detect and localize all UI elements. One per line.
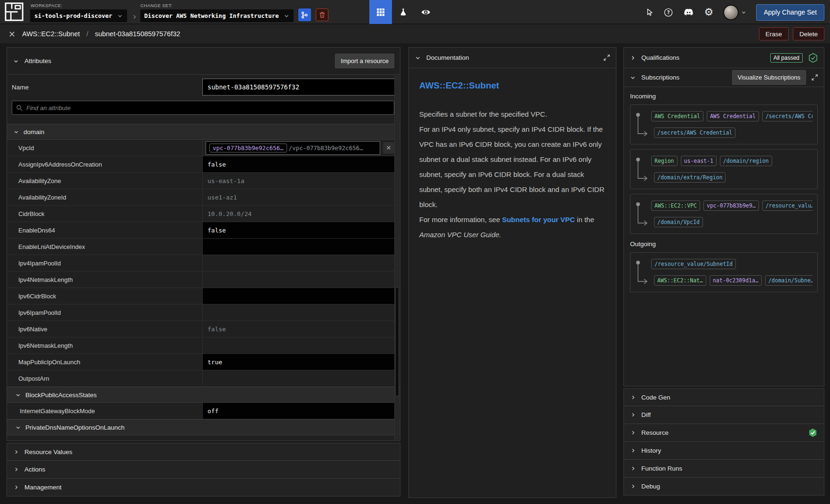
section-resource[interactable]: Resource <box>623 424 824 442</box>
scrollbar-thumb[interactable] <box>395 287 399 397</box>
block-public-access-label: BlockPublicAccessStates <box>25 392 97 399</box>
attribute-value[interactable] <box>203 304 394 320</box>
subscription-pill[interactable]: /domain/region <box>720 156 772 166</box>
block-public-access-header[interactable]: BlockPublicAccessStates <box>7 387 400 403</box>
subscription-pill[interactable]: /domain/Subne… <box>765 275 813 286</box>
attribute-search[interactable] <box>12 101 394 115</box>
grid-view-tab[interactable] <box>369 0 392 24</box>
user-menu[interactable] <box>723 5 746 20</box>
close-icon[interactable] <box>8 31 16 38</box>
system-initiative-logo <box>5 2 24 21</box>
attribute-value[interactable]: use1-az1 <box>203 189 394 205</box>
name-input[interactable] <box>202 79 395 96</box>
delete-button[interactable]: Delete <box>793 27 824 40</box>
subscription-pill[interactable]: Region <box>651 156 678 166</box>
flask-icon <box>399 8 408 17</box>
subscription-pill[interactable]: /secrets/AWS Cr… <box>762 111 813 121</box>
attribute-value[interactable] <box>203 288 394 304</box>
section-function-runs[interactable]: Function Runs <box>623 460 824 478</box>
attribute-value[interactable] <box>203 337 394 353</box>
subscription-pill[interactable]: /resource_valu… <box>762 200 813 211</box>
chevron-down-icon <box>13 58 19 64</box>
chevron-down-icon <box>15 424 21 431</box>
connector-arrow-icon <box>635 260 649 288</box>
subscription-pill[interactable]: AWS::EC2::VPC <box>651 200 700 211</box>
attribute-value[interactable] <box>203 239 394 255</box>
attribute-value[interactable]: false <box>203 321 394 337</box>
create-change-set-button[interactable] <box>298 8 311 21</box>
expand-icon[interactable] <box>811 74 818 81</box>
section-diff[interactable]: Diff <box>623 406 824 424</box>
attributes-section-header[interactable]: Attributes Import a resource <box>7 48 400 75</box>
audit-view-tab[interactable] <box>415 0 437 24</box>
section-management[interactable]: Management <box>7 479 400 496</box>
subscription-pill[interactable]: nat-0c2309d1a… <box>710 275 762 286</box>
erase-button[interactable]: Erase <box>759 27 789 40</box>
subscription-pill[interactable]: /domain/VpcId <box>654 217 703 227</box>
section-actions[interactable]: Actions <box>7 461 400 479</box>
lab-view-tab[interactable] <box>392 0 415 24</box>
apply-change-set-button[interactable]: Apply Change Set <box>756 4 824 21</box>
private-dns-header[interactable]: PrivateDnsNameOptionsOnLaunch <box>7 419 400 435</box>
discord-icon[interactable] <box>683 7 694 18</box>
avatar <box>723 5 739 20</box>
domain-section-header[interactable]: domain <box>7 124 400 140</box>
section-label: Function Runs <box>641 465 682 472</box>
attribute-value[interactable]: true <box>203 354 394 370</box>
chevron-down-icon <box>13 129 19 135</box>
attribute-row-vpcid: VpcId vpc-077b83b9e92c656… /vpc-077b83b9… <box>7 140 400 156</box>
chevron-down-icon <box>284 13 289 19</box>
subscriptions-section-header[interactable]: Subscriptions Visualize Subscriptions <box>624 68 824 87</box>
vpcid-subscription-input[interactable]: vpc-077b83b9e92c656… /vpc-077b83b9e92c65… <box>206 141 380 155</box>
outgoing-cards: /resource_value/SubnetId AWS::EC2::Nat…n… <box>630 252 818 292</box>
attribute-value[interactable] <box>203 370 394 386</box>
import-resource-button[interactable]: Import a resource <box>335 54 394 68</box>
vpc-subscription-pill[interactable]: vpc-077b83b9e92c656… <box>209 144 287 152</box>
attributes-panel: Attributes Import a resource Name domain… <box>7 47 400 441</box>
attribute-row: InternetGatewayBlockMode off <box>7 403 400 419</box>
subscription-pill[interactable]: us-east-1 <box>681 156 717 166</box>
workspace-value: si-tools-prod-discover <box>34 12 112 19</box>
subscription-pill[interactable]: AWS Credential <box>651 111 703 121</box>
attribute-value[interactable]: false <box>203 222 394 238</box>
subscription-pill[interactable]: vpc-077b83b9e9… <box>703 200 759 211</box>
cursor-tool-icon[interactable] <box>645 8 654 16</box>
connector-arrow-icon <box>635 202 649 229</box>
attribute-value[interactable]: off <box>203 403 394 419</box>
section-history[interactable]: History <box>623 442 824 460</box>
clear-value-button[interactable] <box>383 142 394 153</box>
help-icon[interactable]: ? <box>663 8 673 17</box>
attribute-label: AvailabilityZone <box>7 173 203 189</box>
main-nav <box>369 0 437 24</box>
attribute-label: CidrBlock <box>7 206 203 222</box>
subscription-pill[interactable]: AWS::EC2::Nat… <box>654 275 706 286</box>
section-label: Resource Values <box>24 448 72 456</box>
section-debug[interactable]: Debug <box>623 478 824 496</box>
qualifications-section-header[interactable]: Qualifications All passed <box>624 48 824 68</box>
attributes-scrollbar[interactable] <box>394 75 399 440</box>
section-code-gen[interactable]: Code Gen <box>623 388 824 406</box>
subscription-pill[interactable]: AWS Credential <box>707 111 759 121</box>
search-input[interactable] <box>26 104 390 112</box>
changeset-dropdown[interactable]: Discover AWS Networking Infrastructure <box>140 9 294 22</box>
attribute-value[interactable]: false <box>203 156 394 172</box>
subnets-vpc-link[interactable]: Subnets for your VPC <box>502 216 575 224</box>
workspace-dropdown[interactable]: si-tools-prod-discover <box>30 9 127 22</box>
source-pills: AWS::EC2::VPCvpc-077b83b9e9…/resource_va… <box>651 200 813 211</box>
attribute-label: Ipv4IpamPoolId <box>7 255 203 271</box>
attribute-value[interactable]: 10.0.20.0/24 <box>203 206 394 222</box>
section-resource-values[interactable]: Resource Values <box>7 443 400 461</box>
subscription-pill[interactable]: /resource_value/SubnetId <box>651 259 736 269</box>
attribute-value[interactable]: us-east-1a <box>203 173 394 189</box>
expand-icon[interactable] <box>603 54 610 61</box>
attribute-row: CidrBlock 10.0.20.0/24 <box>7 206 400 222</box>
documentation-section-header[interactable]: Documentation <box>409 48 616 68</box>
abandon-change-set-button[interactable] <box>316 8 328 21</box>
attribute-value[interactable] <box>203 272 394 288</box>
resource-actions: Erase Delete <box>759 27 824 40</box>
gear-icon[interactable]: ⚙ <box>704 7 713 17</box>
attribute-value[interactable] <box>203 255 394 271</box>
subscription-pill[interactable]: /domain/extra/Region <box>654 172 726 183</box>
subscription-pill[interactable]: /secrets/AWS Credential <box>654 128 735 138</box>
visualize-subscriptions-button[interactable]: Visualize Subscriptions <box>732 70 806 85</box>
